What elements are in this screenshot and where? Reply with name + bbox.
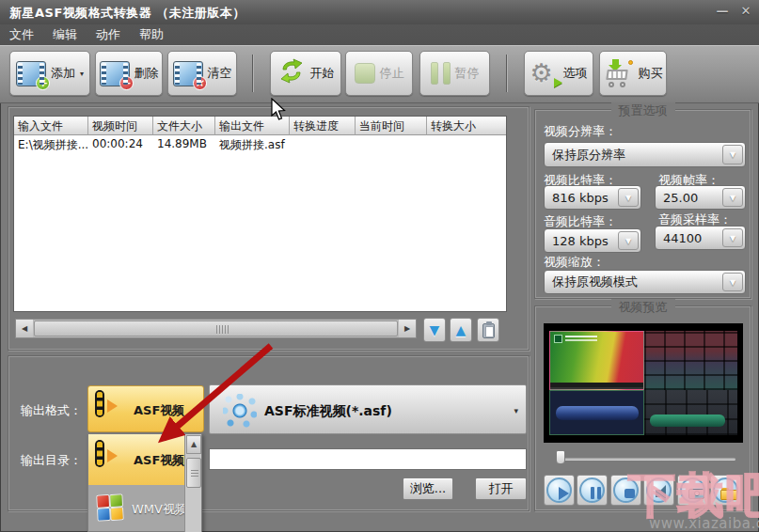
- seek-slider[interactable]: [557, 458, 735, 461]
- chevron-down-icon: ▾: [80, 70, 84, 78]
- window-title: 新星ASF视频格式转换器 （未注册版本）: [9, 5, 245, 22]
- video-resolution-select[interactable]: 保持原分辨率 ▼: [544, 142, 746, 167]
- chevron-down-icon: ▾: [514, 406, 518, 415]
- paste-button[interactable]: [477, 318, 499, 342]
- col-input-file[interactable]: 输入文件: [14, 117, 88, 135]
- chevron-down-icon[interactable]: ▼: [618, 231, 639, 250]
- add-button[interactable]: + 添加 ▾: [9, 51, 90, 96]
- minimize-button[interactable]: —: [713, 4, 732, 19]
- open-button[interactable]: 打开: [475, 477, 527, 500]
- toolbar-separator: [506, 55, 507, 92]
- play-icon: [546, 477, 572, 503]
- add-video-icon: +: [16, 61, 46, 86]
- asf-video-icon: [97, 392, 103, 415]
- video-resolution-label: 视频分辨率：: [544, 123, 617, 140]
- dropdown-item-wmv[interactable]: WMV视频: [88, 485, 185, 532]
- chevron-down-icon[interactable]: ▼: [722, 273, 743, 291]
- green-arrow-icon: [554, 78, 562, 87]
- video-preview-screen: [544, 323, 743, 443]
- move-down-button[interactable]: ▼: [423, 318, 446, 342]
- gear-icon: ⚙: [530, 59, 559, 87]
- audio-bitrate-select[interactable]: 128 kbps ▼: [544, 228, 641, 253]
- output-format-label: 输出格式：: [21, 402, 82, 419]
- close-button[interactable]: ✕: [736, 4, 755, 19]
- chevron-down-icon[interactable]: ▼: [618, 188, 639, 207]
- move-up-button[interactable]: ▲: [450, 318, 472, 342]
- preview-play-button[interactable]: [544, 475, 575, 506]
- video-framerate-select[interactable]: 25.00 ▼: [655, 185, 746, 210]
- col-converted-size[interactable]: 转换大小: [427, 117, 506, 135]
- scroll-left-icon[interactable]: ◀: [16, 320, 33, 337]
- video-scale-label: 视频缩放：: [544, 254, 605, 271]
- wmv-video-icon: [97, 494, 122, 520]
- toolbar: + 添加 ▾ − 删除 × 清空 开始 停止: [0, 45, 759, 103]
- options-button[interactable]: ⚙ 选项: [524, 51, 593, 96]
- audio-samplerate-select[interactable]: 44100 ▼: [655, 226, 746, 250]
- col-progress[interactable]: 转换进度: [290, 117, 356, 135]
- plus-badge-icon: +: [36, 76, 50, 90]
- red-arrow-annotation: [132, 336, 292, 459]
- mouse-cursor: [271, 98, 288, 122]
- chevron-down-icon[interactable]: ▼: [722, 228, 743, 247]
- file-table[interactable]: 输入文件 视频时间 文件大小 输出文件 转换进度 当前时间 转换大小 E:\视频…: [13, 116, 507, 312]
- video-bitrate-select[interactable]: 816 kbps ▼: [544, 185, 641, 210]
- horizontal-scrollbar[interactable]: ◀ ▶: [15, 319, 417, 338]
- down-arrow-icon: ▼: [430, 322, 440, 337]
- start-button[interactable]: 开始: [270, 51, 341, 96]
- menu-action[interactable]: 动作: [96, 26, 120, 43]
- chevron-down-icon[interactable]: ▼: [722, 188, 743, 207]
- preview-panel-title: 视频预览: [611, 299, 675, 316]
- pause-convert-icon: [431, 62, 451, 85]
- scrollbar-thumb[interactable]: [34, 321, 398, 336]
- up-arrow-icon: ▲: [456, 322, 466, 337]
- table-row[interactable]: E:\视频拼接... 00:00:24 14.89MB 视频拼接.asf: [14, 135, 506, 154]
- cross-badge-icon: ×: [193, 76, 207, 90]
- pause-button: 暂停: [419, 51, 490, 96]
- output-dir-label: 输出目录：: [21, 452, 82, 469]
- menu-file[interactable]: 文件: [9, 26, 34, 43]
- menu-edit[interactable]: 编辑: [53, 26, 77, 43]
- table-header: 输入文件 视频时间 文件大小 输出文件 转换进度 当前时间 转换大小: [14, 117, 506, 135]
- delete-video-icon: −: [100, 61, 130, 86]
- delete-button[interactable]: − 删除: [95, 51, 163, 96]
- col-file-size[interactable]: 文件大小: [153, 117, 215, 135]
- title-bar: 新星ASF视频格式转换器 （未注册版本） — ✕: [0, 0, 759, 24]
- scroll-right-icon[interactable]: ▶: [399, 320, 416, 337]
- asf-video-icon: [97, 442, 103, 465]
- stop-convert-icon: [355, 63, 375, 84]
- col-video-time[interactable]: 视频时间: [88, 117, 153, 135]
- stop-button: 停止: [345, 51, 413, 96]
- preview-pause-button[interactable]: [577, 475, 608, 506]
- start-convert-icon: [277, 58, 306, 88]
- video-scale-select[interactable]: 保持原视频模式 ▼: [544, 270, 746, 294]
- toolbar-separator: [252, 55, 253, 92]
- minus-badge-icon: −: [119, 76, 134, 90]
- pause-icon: [579, 477, 605, 503]
- app-window: 新星ASF视频格式转换器 （未注册版本） — ✕ 文件 编辑 动作 帮助 + 添…: [0, 0, 759, 532]
- seek-slider-thumb[interactable]: [556, 450, 565, 464]
- menu-help[interactable]: 帮助: [139, 26, 164, 43]
- buy-button[interactable]: 购买: [599, 51, 667, 96]
- watermark-url: www.xiazaiba.com: [649, 515, 759, 532]
- preset-panel-title: 预置选项: [611, 102, 675, 119]
- clear-list-icon: ×: [173, 61, 203, 86]
- browse-button[interactable]: 浏览...: [403, 477, 453, 500]
- preview-frame: [549, 331, 737, 435]
- clear-button[interactable]: × 清空: [167, 51, 237, 96]
- col-current-time[interactable]: 当前时间: [356, 117, 427, 135]
- menu-bar: 文件 编辑 动作 帮助: [0, 24, 759, 45]
- dropdown-scrollbar-thumb[interactable]: [186, 458, 201, 488]
- shopping-cart-icon: [604, 59, 634, 87]
- chevron-down-icon[interactable]: ▼: [722, 145, 743, 164]
